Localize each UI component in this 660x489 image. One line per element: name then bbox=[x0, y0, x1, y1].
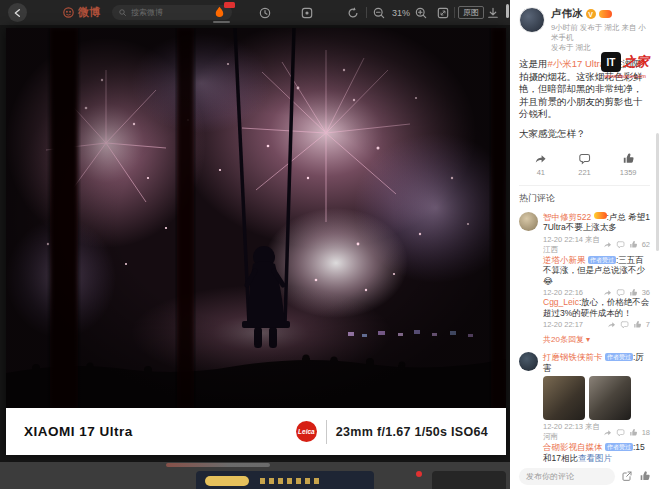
toolbar-divider bbox=[366, 7, 367, 18]
like-button[interactable]: 1359 bbox=[606, 149, 650, 177]
forward-icon[interactable] bbox=[603, 240, 612, 249]
share-button[interactable]: 41 bbox=[519, 149, 563, 177]
comment-icon[interactable] bbox=[620, 320, 629, 329]
watermark-divider bbox=[326, 420, 327, 444]
comment-composer: 发布你的评论 bbox=[510, 463, 660, 489]
comment-input[interactable]: 发布你的评论 bbox=[519, 468, 615, 485]
image-viewer: 微博 搜索微博 31% 原图 bbox=[0, 0, 510, 489]
comment-icon[interactable] bbox=[616, 240, 625, 249]
hot-tab[interactable] bbox=[212, 0, 227, 25]
hot-comments-header: 热门评论 bbox=[519, 192, 650, 205]
author-liked-badge: 作者赞过 bbox=[588, 256, 616, 264]
forward-icon[interactable] bbox=[603, 288, 612, 297]
membership-badge-icon bbox=[599, 10, 612, 18]
like-icon[interactable] bbox=[629, 428, 638, 437]
sidebar-scroll-area[interactable]: 卢伟冰 V 9小时前 发布于 湖北 来自 小米手机 发布于 湖北 这是用#小米1… bbox=[510, 0, 660, 463]
ithome-logo-icon: IT bbox=[601, 52, 621, 72]
original-image-button[interactable]: 原图 bbox=[458, 6, 484, 19]
zoom-in-icon bbox=[414, 6, 428, 20]
comment-button[interactable]: 221 bbox=[563, 149, 607, 177]
forward-icon[interactable] bbox=[603, 428, 612, 437]
comment-like-count: 62 bbox=[642, 240, 650, 249]
reply-item: 合砌影视自媒体 作者赞过:15和17相比查看图片 12-20 22:196 bbox=[543, 442, 650, 463]
fit-screen-button[interactable] bbox=[436, 0, 450, 25]
banner-dots bbox=[260, 478, 320, 484]
more-replies-link[interactable]: 共20条回复 ▾ bbox=[543, 334, 650, 345]
comment-time: 12-20 22:16 bbox=[543, 288, 603, 297]
rotate-button[interactable] bbox=[346, 0, 360, 25]
zoom-in-button[interactable] bbox=[414, 0, 428, 25]
weibo-logo[interactable]: 微博 bbox=[62, 0, 100, 25]
comment-image-thumbnail[interactable] bbox=[543, 376, 585, 420]
post-header: 卢伟冰 V 9小时前 发布于 湖北 来自 小米手机 发布于 湖北 bbox=[519, 7, 650, 53]
commenter-name[interactable]: 智中修剪522 bbox=[543, 212, 591, 222]
notification-dot bbox=[416, 471, 422, 477]
commenter-name[interactable]: Cgg_Leic bbox=[543, 297, 579, 307]
background-text-fragment bbox=[166, 463, 270, 467]
like-icon[interactable] bbox=[639, 470, 651, 482]
post-sidebar: 卢伟冰 V 9小时前 发布于 湖北 来自 小米手机 发布于 湖北 这是用#小米1… bbox=[510, 0, 660, 489]
weibo-eye-icon bbox=[62, 6, 75, 19]
post-text-pre: 这是用 bbox=[519, 58, 548, 69]
background-page-strip bbox=[0, 462, 510, 489]
weibo-logo-text: 微博 bbox=[78, 5, 100, 20]
comment-item: 打磨钢铁侠前卡 作者赞过:厉害 12-20 22:13 来自河南18 bbox=[519, 352, 650, 442]
comment-like-count: 18 bbox=[642, 428, 650, 437]
comment-time: 12-20 22:17 bbox=[543, 320, 607, 329]
download-icon bbox=[486, 6, 500, 20]
banner-pill bbox=[205, 476, 249, 486]
like-count: 1359 bbox=[606, 168, 650, 177]
comment-icon[interactable] bbox=[616, 428, 625, 437]
comment-image-thumbnail[interactable] bbox=[589, 376, 631, 420]
reply-item: 逆塔小新果 作者赞过:三五百不算涨，但是卢总说涨不少😂 12-20 22:163… bbox=[543, 255, 650, 298]
fireworks-photo[interactable]: XIAOMI 17 Ultra Leica 23mm f/1.67 1/50s … bbox=[6, 28, 506, 455]
author-name[interactable]: 卢伟冰 bbox=[551, 7, 583, 21]
comment-time: 12-20 22:14 来自江西 bbox=[543, 235, 603, 255]
hot-badge bbox=[224, 2, 235, 8]
verified-icon: V bbox=[586, 9, 596, 19]
fan-badge-icon bbox=[594, 212, 607, 219]
back-button[interactable] bbox=[8, 3, 27, 22]
search-placeholder: 搜索微博 bbox=[131, 7, 163, 18]
device-name: XIAOMI 17 Ultra bbox=[24, 424, 133, 439]
photo-watermark-bar: XIAOMI 17 Ultra Leica 23mm f/1.67 1/50s … bbox=[6, 408, 506, 455]
comment-icon[interactable] bbox=[616, 288, 625, 297]
zoom-out-button[interactable] bbox=[372, 0, 386, 25]
ithome-watermark: IT之家 www.ithome.com bbox=[597, 52, 653, 79]
hot-tab-indicator bbox=[213, 21, 230, 23]
like-icon[interactable] bbox=[633, 320, 642, 329]
share-box-icon[interactable] bbox=[621, 470, 633, 482]
forward-icon bbox=[534, 152, 547, 165]
comment-icon bbox=[578, 152, 591, 165]
search-icon bbox=[118, 8, 127, 17]
commenter-name[interactable]: 打磨钢铁侠前卡 bbox=[543, 352, 603, 362]
like-icon[interactable] bbox=[629, 288, 638, 297]
apps-icon bbox=[300, 6, 314, 20]
exif-info: 23mm f/1.67 1/50s ISO64 bbox=[336, 425, 488, 439]
like-icon[interactable] bbox=[629, 240, 638, 249]
commenter-name[interactable]: 逆塔小新果 bbox=[543, 255, 586, 265]
rotate-icon bbox=[346, 6, 360, 20]
toolbar-divider bbox=[454, 7, 455, 18]
download-button[interactable] bbox=[486, 0, 500, 25]
ithome-url: www.ithome.com bbox=[597, 73, 653, 79]
commenter-avatar[interactable] bbox=[519, 352, 538, 371]
ithome-logo-text: 之家 bbox=[623, 53, 649, 71]
viewer-topbar: 微博 搜索微博 31% 原图 bbox=[0, 0, 510, 25]
reply-item: Cgg_Leic:放心，价格绝不会超过3%的硬件成本的！ 12-20 22:17… bbox=[543, 297, 650, 329]
zoom-out-icon bbox=[372, 6, 386, 20]
post-meta-line1: 9小时前 发布于 湖北 来自 小米手机 bbox=[551, 23, 650, 43]
view-image-link[interactable]: 查看图片 bbox=[578, 453, 612, 463]
forward-icon[interactable] bbox=[607, 320, 616, 329]
sidebar-scrollbar-thumb[interactable] bbox=[656, 133, 659, 251]
section-divider bbox=[519, 185, 650, 186]
apps-button[interactable] bbox=[300, 0, 314, 25]
author-avatar[interactable] bbox=[519, 7, 545, 33]
commenter-avatar[interactable] bbox=[519, 212, 538, 231]
history-button[interactable] bbox=[258, 0, 272, 25]
commenter-name[interactable]: 合砌影视自媒体 bbox=[543, 442, 603, 452]
fit-screen-icon bbox=[436, 6, 450, 20]
comment-count: 221 bbox=[563, 168, 607, 177]
viewer-scrollbar-thumb[interactable] bbox=[506, 4, 509, 18]
author-liked-badge: 作者赞过 bbox=[605, 443, 633, 451]
